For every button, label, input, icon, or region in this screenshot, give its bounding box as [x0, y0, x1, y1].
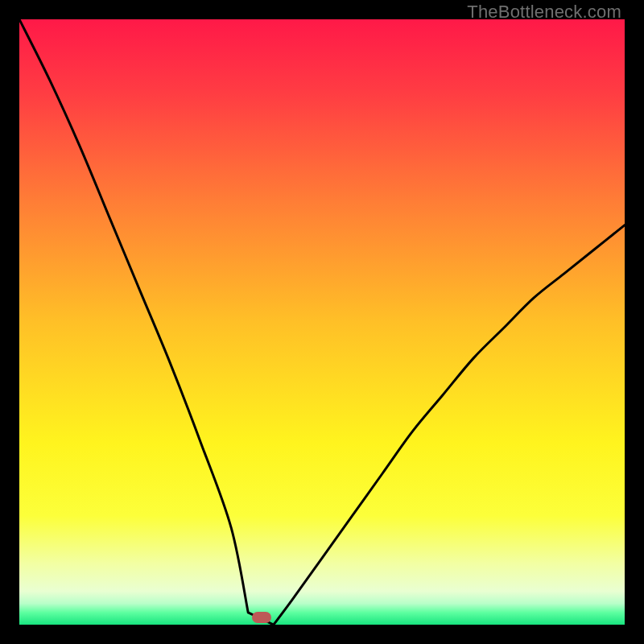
chart-frame: TheBottleneck.com	[0, 0, 644, 644]
watermark-text: TheBottleneck.com	[467, 2, 621, 23]
plot-area	[19, 19, 625, 625]
bottleneck-curve	[19, 19, 625, 625]
optimal-marker	[252, 612, 271, 623]
